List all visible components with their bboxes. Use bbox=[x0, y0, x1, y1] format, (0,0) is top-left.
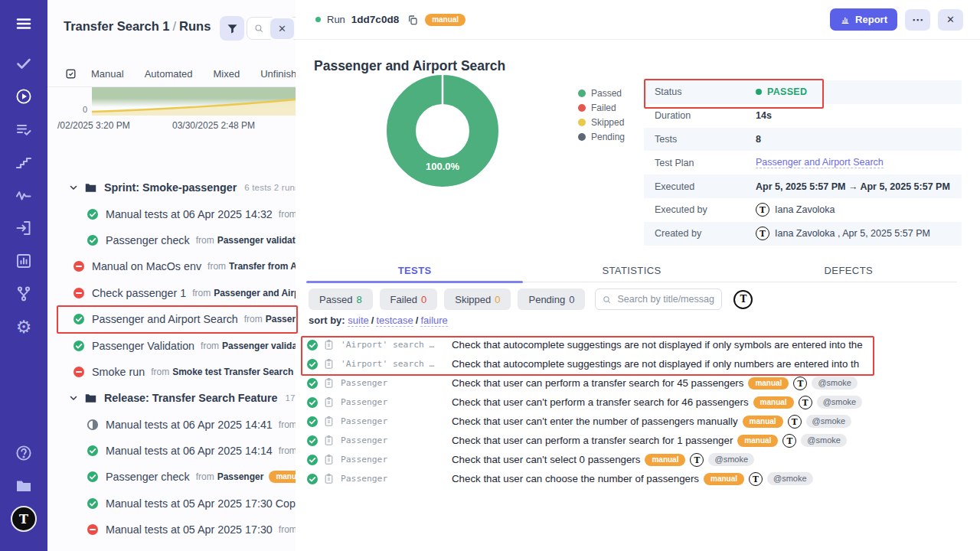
run-row-title: Manual tests at 06 Apr 2025 14:14 bbox=[106, 445, 273, 457]
sort-option-suite[interactable]: suite bbox=[348, 315, 368, 327]
tests-list: 'Airport' search …Check that autocomplet… bbox=[306, 335, 871, 488]
summary-row-duration: Duration14s bbox=[644, 104, 962, 128]
testcase-icon bbox=[324, 339, 334, 350]
run-header: Run 1dd7c0d8 manual Report ⋯ ✕ bbox=[296, 0, 980, 40]
sidebar-item-branches[interactable] bbox=[12, 284, 35, 304]
user-value: Iana Zavoloka bbox=[775, 204, 835, 215]
tab-statistics[interactable]: STATISTICS bbox=[523, 259, 740, 282]
more-actions-button[interactable]: ⋯ bbox=[905, 9, 930, 31]
filter-chip-skipped[interactable]: Skipped0 bbox=[444, 289, 511, 310]
run-row[interactable]: Passenger checkfromPassenger validationm… bbox=[47, 227, 296, 253]
run-row[interactable]: Manual tests at 06 Apr 2025 14:41fromTra… bbox=[47, 412, 296, 438]
run-row[interactable]: Manual on MacOs envfromTransfer from Aip… bbox=[47, 253, 296, 279]
test-row[interactable]: 'Airport' search …Check that autocomplet… bbox=[306, 335, 871, 354]
test-row[interactable]: 'Airport' search …Check that autocomplet… bbox=[306, 354, 871, 373]
run-row[interactable]: Check passenger 1fromPassenger and Airpo… bbox=[47, 280, 296, 306]
test-row[interactable]: PassengerCheck that user can perform a t… bbox=[306, 431, 871, 450]
sidebar-item-test-plans[interactable] bbox=[12, 119, 35, 139]
select-all-button[interactable] bbox=[64, 67, 77, 80]
run-row[interactable]: Manual tests at 06 Apr 2025 14:14fromPas… bbox=[47, 438, 296, 464]
check-icon bbox=[15, 54, 33, 73]
runs-tab-mixed[interactable]: Mixed bbox=[214, 68, 240, 80]
group-meta: 6 tests 2 runs bbox=[244, 183, 296, 192]
panel-close-button[interactable]: ✕ bbox=[270, 18, 294, 39]
run-from-suite: Passenger validation bbox=[217, 235, 296, 246]
chevron-down-icon[interactable] bbox=[68, 182, 79, 193]
run-row[interactable]: Manual tests at 05 Apr 2025 17:30 Copyfr… bbox=[47, 491, 296, 517]
filter-chip-passed[interactable]: Passed8 bbox=[309, 289, 373, 310]
filter-chip-pending[interactable]: Pending0 bbox=[518, 289, 585, 310]
filter-button[interactable] bbox=[220, 16, 244, 41]
passed-status-icon bbox=[306, 473, 318, 485]
sidebar-item-tests[interactable] bbox=[12, 54, 35, 73]
sort-bar: sort by: suite/testcase/failure bbox=[309, 315, 448, 326]
copy-icon[interactable] bbox=[407, 14, 419, 26]
run-row[interactable]: Manual tests at 30 Mar 2025 14:43from bbox=[47, 543, 296, 551]
test-plan-link[interactable]: Passenger and Airport Search bbox=[756, 157, 884, 168]
testcase-icon bbox=[324, 358, 334, 370]
run-from-label: from bbox=[196, 471, 214, 482]
sidebar-item-projects[interactable] bbox=[12, 476, 35, 496]
run-group-row[interactable]: Release: Transfer Search Feature17 tests… bbox=[47, 385, 296, 411]
bar-chart-icon bbox=[15, 252, 33, 270]
manual-badge: manual bbox=[645, 454, 685, 466]
passed-status-icon bbox=[87, 234, 99, 246]
group-title: Release: Transfer Search Feature bbox=[104, 392, 277, 404]
run-group-row[interactable]: Sprint: Smoke-passenger6 tests 2 runs bbox=[47, 174, 296, 201]
summary-label: Test Plan bbox=[655, 158, 756, 168]
tests-search-input[interactable] bbox=[595, 289, 722, 310]
tab-tests[interactable]: TESTS bbox=[306, 259, 523, 282]
assignee-avatar-button[interactable]: T bbox=[733, 290, 753, 309]
test-row[interactable]: PassengerCheck that user can choose the … bbox=[306, 469, 871, 488]
test-title: Check that autocomplete suggestings are … bbox=[452, 358, 859, 370]
sort-option-testcase[interactable]: testcase bbox=[376, 315, 413, 327]
chevron-down-icon[interactable] bbox=[68, 393, 79, 403]
test-suite-name: Passenger bbox=[341, 397, 452, 407]
run-label: Run bbox=[327, 14, 345, 25]
sidebar-item-account[interactable]: T bbox=[12, 509, 35, 529]
legend-item-passed: Passed bbox=[578, 86, 625, 100]
tab-defects[interactable]: DEFECTS bbox=[740, 259, 957, 282]
tests-search-field[interactable] bbox=[616, 293, 721, 305]
chart-legend: PassedFailedSkippedPending bbox=[578, 86, 625, 144]
close-run-button[interactable]: ✕ bbox=[938, 9, 963, 31]
sidebar-item-settings[interactable]: ⚙ bbox=[12, 317, 35, 337]
run-row[interactable]: Passenger ValidationfromPassenger valida… bbox=[47, 332, 296, 358]
passed-status-icon bbox=[87, 445, 99, 457]
passed-status-icon bbox=[306, 377, 318, 390]
run-row-title: Passenger and Airport Search bbox=[92, 313, 238, 325]
sidebar-item-help[interactable] bbox=[12, 443, 35, 463]
test-row[interactable]: PassengerCheck that user can perform a t… bbox=[306, 373, 871, 393]
sidebar-item-analytics[interactable] bbox=[12, 251, 35, 271]
failed-status-icon bbox=[87, 523, 99, 536]
sort-label: sort by: bbox=[309, 315, 345, 326]
sidebar-item-pulse[interactable] bbox=[12, 185, 35, 205]
sidebar-item-milestones[interactable] bbox=[12, 152, 35, 172]
run-row[interactable]: Passenger checkfromPassengermanual6 bbox=[47, 464, 296, 490]
runs-tab-unfinished[interactable]: Unfinished bbox=[260, 68, 296, 80]
manual-badge: manual bbox=[753, 396, 794, 409]
test-row[interactable]: PassengerCheck that user can't enter the… bbox=[306, 412, 871, 431]
test-row[interactable]: PassengerCheck that user can't perform a… bbox=[306, 393, 871, 412]
summary-row-created-by: Created byTIana Zavoloka , Apr 5, 2025 5… bbox=[644, 222, 962, 246]
sidebar-item-menu[interactable] bbox=[12, 14, 35, 34]
filter-chip-failed[interactable]: Failed0 bbox=[380, 289, 438, 310]
group-meta: 17 tests 5 bbox=[285, 393, 296, 403]
run-row[interactable]: Manual tests at 06 Apr 2025 14:32fromPas… bbox=[47, 201, 296, 227]
run-row[interactable]: Passenger and Airport SearchfromPassenge… bbox=[47, 306, 296, 332]
test-suite-name: Passenger bbox=[341, 378, 452, 388]
runs-tab-manual[interactable]: Manual bbox=[91, 68, 124, 80]
sidebar-item-runs[interactable] bbox=[12, 86, 35, 106]
test-title: Check that user can't enter the number o… bbox=[452, 416, 738, 427]
run-row[interactable]: Manual tests at 05 Apr 2025 17:30fromTra… bbox=[47, 517, 296, 543]
report-button[interactable]: Report bbox=[830, 8, 897, 31]
breadcrumb-project[interactable]: Transfer Search 1 bbox=[64, 19, 170, 33]
sidebar-item-import[interactable] bbox=[12, 218, 35, 238]
summary-label: Duration bbox=[655, 110, 756, 121]
sort-option-failure[interactable]: failure bbox=[420, 315, 447, 327]
run-row[interactable]: Smoke runfromSmoke test Transfer Searchm… bbox=[47, 359, 296, 385]
assignee-avatar: T bbox=[793, 377, 807, 390]
manual-badge: manual bbox=[743, 416, 783, 428]
runs-tab-automated[interactable]: Automated bbox=[145, 68, 193, 80]
test-row[interactable]: PassengerCheck that user can't select 0 … bbox=[306, 450, 871, 469]
